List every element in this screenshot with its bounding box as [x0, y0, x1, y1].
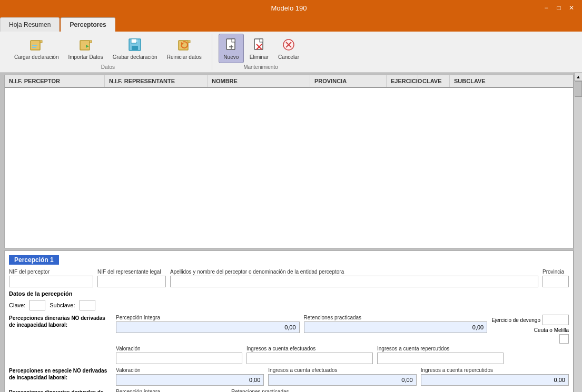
- svg-rect-19: [232, 39, 235, 42]
- ceuta-melilla-label: Ceuta o Melilla: [534, 327, 569, 333]
- col-clave: CLAVE: [418, 75, 450, 87]
- ejercicio-devengo-input[interactable]: [542, 315, 569, 325]
- col-provincia: PROVINCIA: [310, 75, 387, 87]
- datos-buttons: Cargar declaración Importar Datos: [11, 34, 205, 63]
- importar-icon: [77, 36, 94, 53]
- nif-representante-label: NIF del representante legal: [97, 269, 166, 275]
- scroll-thumb[interactable]: [575, 81, 582, 97]
- clave-subclave-row: Clave: Subclave:: [9, 300, 569, 310]
- ingresos-repercutidos-col-1: Ingresos a cuenta repercutidos: [377, 346, 504, 364]
- eliminar-label: Eliminar: [250, 54, 269, 61]
- nif-perceptor-input[interactable]: [9, 276, 93, 287]
- ingresos-repercutidos-1-input[interactable]: [377, 353, 504, 364]
- cancelar-button[interactable]: Cancelar: [274, 34, 303, 63]
- cancelar-icon: [280, 36, 297, 53]
- vertical-scrollbar[interactable]: ▲ ▼: [574, 73, 582, 392]
- clave-label: Clave:: [9, 302, 25, 308]
- restore-button[interactable]: □: [554, 3, 564, 13]
- provincia-input[interactable]: [542, 276, 569, 287]
- ribbon-group-mantenimiento: Nuevo Eliminar: [212, 34, 309, 70]
- nif-representante-input[interactable]: [97, 276, 166, 287]
- subclave-input[interactable]: [80, 300, 95, 310]
- nuevo-button[interactable]: Nuevo: [219, 34, 244, 63]
- svg-rect-15: [188, 41, 190, 43]
- valoracion-1-input[interactable]: [116, 353, 242, 364]
- apellidos-label: Apellidos y nombre del perceptor o denom…: [170, 269, 538, 275]
- percep-integra-1-input[interactable]: [116, 321, 300, 333]
- apellidos-input[interactable]: [170, 276, 538, 287]
- ejercicio-ceuta-col: Ejercicio de devengo Ceuta o Melilla: [491, 315, 569, 344]
- table-body: [5, 88, 573, 235]
- valoracion-2-input[interactable]: [116, 374, 264, 386]
- ingresos-cuenta-1-input[interactable]: [246, 353, 373, 364]
- mantenimiento-buttons: Nuevo Eliminar: [219, 34, 303, 63]
- ingresos-repercutidos-col-2: Ingresos a cuenta repercutidos: [421, 367, 569, 386]
- window-title: Modelo 190: [37, 4, 541, 12]
- clave-input[interactable]: [29, 300, 45, 310]
- nif-perceptor-label: NIF del perceptor: [9, 269, 93, 275]
- datos-percepcion-title: Datos de la percepción: [9, 290, 569, 297]
- tab-perceptores[interactable]: Perceptores: [61, 17, 115, 32]
- cargar-declaracion-button[interactable]: Cargar declaración: [11, 34, 63, 63]
- minimize-button[interactable]: −: [541, 3, 551, 13]
- scroll-up-button[interactable]: ▲: [574, 73, 582, 81]
- percep-row-3-label: Percepciones dinerarias derivadas de inc…: [9, 389, 112, 392]
- valoracion-col-2: Valoración: [116, 367, 264, 386]
- ingresos-cuenta-label-1: Ingresos a cuenta efectuados: [246, 346, 373, 351]
- form-top-row: NIF del perceptor NIF del representante …: [9, 269, 569, 287]
- percep-row-2-label: Percepciones en especie NO derivadas de …: [9, 367, 112, 381]
- svg-rect-5: [80, 41, 90, 50]
- col-ejercicio: EJERCICIO: [387, 75, 418, 87]
- importar-label: Importar Datos: [68, 54, 103, 61]
- cancelar-label: Cancelar: [278, 54, 299, 61]
- reiniciar-datos-button[interactable]: Reiniciar datos: [163, 34, 205, 63]
- tab-hoja-resumen[interactable]: Hoja Resumen: [0, 17, 60, 32]
- col-nif-perceptor: N.I.F. PERCEPTOR: [5, 75, 105, 87]
- col-nombre: NOMBRE: [208, 75, 310, 87]
- retenciones-1-input[interactable]: [304, 321, 488, 333]
- svg-rect-4: [32, 47, 36, 48]
- nuevo-icon: [223, 36, 240, 53]
- cargar-icon: [28, 36, 45, 53]
- window-controls: − □ ✕: [541, 3, 577, 13]
- form-panel: Percepción 1 NIF del perceptor NIF del r…: [4, 250, 574, 392]
- eliminar-button[interactable]: Eliminar: [246, 34, 272, 63]
- scroll-track: [574, 81, 582, 392]
- ceuta-checkbox[interactable]: [559, 334, 569, 344]
- provincia-field: Provincia: [542, 269, 569, 287]
- retenciones-col-3: Retenciones practicadas: [231, 389, 342, 392]
- percep-row-1-label: Percepciones dinerarias NO derivadas de …: [9, 315, 112, 328]
- table-header: N.I.F. PERCEPTOR N.I.F. REPRESENTANTE NO…: [5, 75, 573, 88]
- svg-rect-12: [136, 39, 137, 42]
- subclave-label: Subclave:: [50, 302, 75, 308]
- nif-representante-field: NIF del representante legal: [97, 269, 166, 287]
- valoracion-label-2: Valoración: [116, 367, 264, 373]
- percep-integra-col-3: Percepción íntegra: [116, 389, 227, 392]
- percep-row-1-main: Percepción íntegra Retenciones practicad…: [116, 315, 569, 364]
- ribbon: Cargar declaración Importar Datos: [0, 32, 582, 73]
- ingresos-cuenta-col-2: Ingresos a cuenta efectuados: [268, 367, 416, 386]
- valoracion-label-1: Valoración: [116, 346, 242, 351]
- percep-row-3: Percepciones dinerarias derivadas de inc…: [9, 389, 569, 392]
- title-bar: Modelo 190 − □ ✕: [0, 0, 582, 16]
- ingresos-cuenta-2-input[interactable]: [268, 374, 416, 386]
- svg-rect-11: [132, 46, 138, 50]
- close-button[interactable]: ✕: [566, 3, 577, 13]
- ingresos-repercutidos-2-input[interactable]: [421, 374, 569, 386]
- importar-datos-button[interactable]: Importar Datos: [65, 34, 107, 63]
- svg-rect-10: [131, 39, 136, 43]
- datos-group-label: Datos: [101, 64, 115, 70]
- apellidos-field: Apellidos y nombre del perceptor o denom…: [170, 269, 538, 287]
- col-subclave: SUBCLAVE: [450, 75, 573, 87]
- perceptores-table: N.I.F. PERCEPTOR N.I.F. REPRESENTANTE NO…: [4, 75, 574, 248]
- ingresos-cuenta-col-1: Ingresos a cuenta efectuados: [246, 346, 373, 364]
- ingresos-cuenta-label-2: Ingresos a cuenta efectuados: [268, 367, 416, 373]
- ejercicio-devengo-label: Ejercicio de devengo: [491, 317, 540, 323]
- grabar-declaracion-button[interactable]: Grabar declaración: [109, 34, 161, 63]
- reiniciar-icon: [176, 36, 193, 53]
- grabar-icon: [126, 36, 143, 53]
- svg-rect-24: [260, 39, 263, 42]
- nuevo-label: Nuevo: [223, 54, 239, 61]
- retenciones-col-1: Retenciones practicadas: [304, 315, 488, 344]
- svg-rect-2: [40, 41, 42, 43]
